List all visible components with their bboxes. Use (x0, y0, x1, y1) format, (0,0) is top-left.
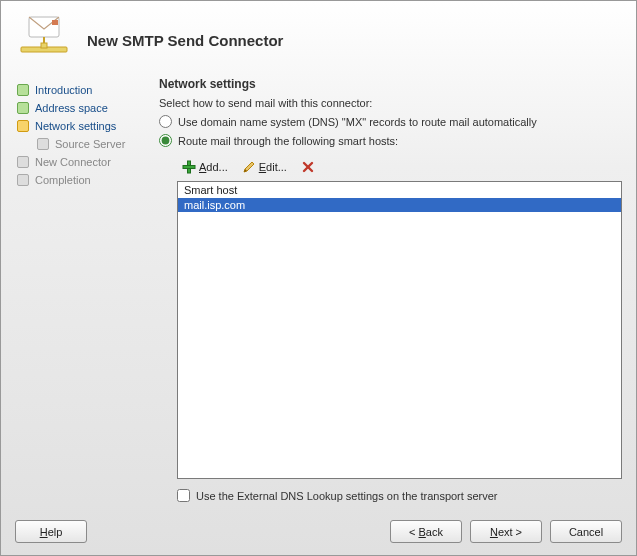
sidebar-item-label: Introduction (35, 84, 92, 96)
wizard-root: New SMTP Send Connector Introduction Add… (1, 1, 636, 555)
plus-icon (182, 160, 196, 174)
wizard-main: Introduction Address space Network setti… (1, 77, 636, 512)
instruction-text: Select how to send mail with this connec… (159, 97, 622, 109)
radio-input-dns[interactable] (159, 115, 172, 128)
sidebar-item-source-server: Source Server (15, 135, 145, 153)
smarthost-listbox[interactable]: Smart host mail.isp.com (177, 181, 622, 479)
step-pending-icon (17, 156, 29, 168)
wizard-footer: Help < Back Next > Cancel (1, 512, 636, 555)
listbox-column-header: Smart host (178, 182, 621, 198)
sidebar-item-new-connector: New Connector (15, 153, 145, 171)
svg-rect-1 (52, 20, 58, 25)
radio-use-dns[interactable]: Use domain name system (DNS) "MX" record… (159, 115, 622, 128)
sidebar-item-introduction: Introduction (15, 81, 145, 99)
edit-button-label: Edit... (259, 161, 287, 173)
delete-button[interactable] (296, 157, 320, 177)
sidebar-item-label: New Connector (35, 156, 111, 168)
radio-label-dns: Use domain name system (DNS) "MX" record… (178, 116, 537, 128)
sidebar-item-label: Address space (35, 102, 108, 114)
page-title: Network settings (159, 77, 622, 91)
listbox-body[interactable]: mail.isp.com (178, 198, 621, 478)
cancel-button[interactable]: Cancel (550, 520, 622, 543)
list-item[interactable]: mail.isp.com (178, 198, 621, 212)
wizard-sidebar: Introduction Address space Network setti… (15, 77, 145, 502)
step-pending-icon (37, 138, 49, 150)
wizard-content: Network settings Select how to send mail… (159, 77, 622, 502)
back-button[interactable]: < Back (390, 520, 462, 543)
sidebar-item-network-settings: Network settings (15, 117, 145, 135)
external-dns-checkbox[interactable]: Use the External DNS Lookup settings on … (177, 489, 622, 502)
svg-rect-4 (41, 43, 47, 48)
radio-input-smarthost[interactable] (159, 134, 172, 147)
add-button[interactable]: Add... (177, 157, 233, 177)
step-done-icon (17, 84, 29, 96)
radio-use-smarthost[interactable]: Route mail through the following smart h… (159, 134, 622, 147)
external-dns-checkbox-input[interactable] (177, 489, 190, 502)
smarthost-toolbar: Add... Edit... (159, 153, 622, 181)
step-pending-icon (17, 174, 29, 186)
external-dns-label: Use the External DNS Lookup settings on … (196, 490, 497, 502)
step-done-icon (17, 102, 29, 114)
sidebar-item-label: Source Server (55, 138, 125, 150)
sidebar-item-label: Completion (35, 174, 91, 186)
add-button-label: Add... (199, 161, 228, 173)
wizard-header: New SMTP Send Connector (1, 1, 636, 77)
svg-rect-6 (183, 166, 195, 169)
sidebar-item-address-space: Address space (15, 99, 145, 117)
step-current-icon (17, 120, 29, 132)
mail-connector-icon (15, 11, 75, 69)
wizard-title: New SMTP Send Connector (87, 32, 283, 49)
edit-button[interactable]: Edit... (237, 157, 292, 177)
radio-label-smarthost: Route mail through the following smart h… (178, 135, 398, 147)
next-button[interactable]: Next > (470, 520, 542, 543)
x-delete-icon (301, 160, 315, 174)
help-button[interactable]: Help (15, 520, 87, 543)
sidebar-item-completion: Completion (15, 171, 145, 189)
sidebar-item-label: Network settings (35, 120, 116, 132)
pencil-icon (242, 160, 256, 174)
